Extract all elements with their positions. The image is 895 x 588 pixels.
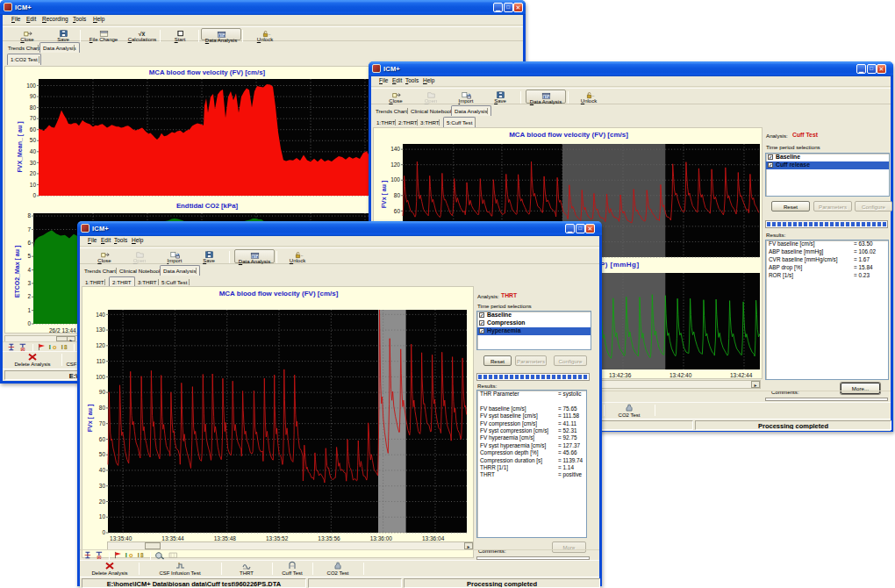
toolbar-button-close[interactable]: Close [8,28,47,40]
tab-data-analysis[interactable]: Data Analysis [451,105,491,116]
menu-edit[interactable]: Edit [26,16,36,22]
subtab-1-thrt[interactable]: 1:THRT [376,119,396,125]
time-period-listbox[interactable]: ✓Baseline✓Compression✓Hyperaemia [476,311,591,350]
maximize-button[interactable]: □ [867,64,877,74]
zoom-icon[interactable] [154,551,166,560]
l8-icon[interactable]: I8 [137,551,148,560]
scrollbar-right-arrow[interactable]: ▸ [751,381,760,388]
maximize-button[interactable]: □ [504,3,513,12]
result-row: CVR baseline [mmHg/cm/s]= 1.67 [766,256,888,264]
period-item-cuff-release[interactable]: ✓Cuff release [766,161,889,169]
period-item-compression[interactable]: ✓Compression [477,319,591,327]
scrollbar-right-arrow[interactable]: ▸ [464,542,473,549]
ibeam-icon[interactable] [83,551,95,560]
subtab-2-thrt[interactable]: 2:THRT [398,119,418,125]
toolbar-button-save[interactable]: Save [194,249,224,263]
menu-edit[interactable]: Edit [392,77,402,83]
minimize-button[interactable]: ▁ [856,64,866,74]
period-item-hyperaemia[interactable]: ✓Hyperaemia [477,327,591,335]
toolbar-button-save[interactable]: Save [485,90,515,104]
tab-clinical-notebook[interactable]: Clinical Notebook [119,268,161,274]
toolbar-button-calculations[interactable]: √x̅Calculations [124,28,161,40]
svg-text:10: 10 [30,181,37,187]
menu-help[interactable]: Help [132,237,143,243]
toolbar-button-unlock[interactable]: ←Unlock [245,28,285,40]
button-co2-test[interactable]: CO2 Test [313,562,362,577]
titlebar-co2[interactable]: ICM+▁□✕ [0,0,526,15]
status-section-middle [308,578,402,588]
menu-tools[interactable]: Tools [73,16,86,22]
flag-icon[interactable] [113,551,125,560]
time-period-listbox[interactable]: ✓Baseline✓Cuff release [765,153,890,197]
toolbar-button-close[interactable]: Close [378,90,413,104]
tab-data-analysis[interactable]: Data Analysis [160,265,200,276]
subtab-3-thrt[interactable]: 3:THRT [138,279,157,285]
button-reset[interactable]: Reset [771,201,810,212]
menu-help[interactable]: Help [423,77,434,83]
period-label: Baseline [487,312,512,318]
toolbar-button-import[interactable]: Import [450,90,482,104]
subtab-3-thrt[interactable]: 3:THRT [420,119,440,125]
minimize-button[interactable]: ▁ [493,3,503,12]
data-analysis-icon [216,31,227,39]
period-item-baseline[interactable]: ✓Baseline [477,312,591,319]
subtab-5-cuff-test[interactable]: 5:Cuff Test [443,117,476,127]
button-parameters: Parameters [813,201,852,212]
window-thrt[interactable]: ICM+▁□✕FileEditToolsHelpCloseOpenImportS… [77,221,602,586]
checkbox-checked[interactable]: ✓ [479,328,484,333]
menu-file[interactable]: File [379,77,389,83]
scrollbar-thumb[interactable] [145,542,161,549]
button-cuff-test[interactable]: Cuff Test [273,562,311,577]
menu-tools[interactable]: Tools [405,77,419,83]
tab-trends-chart[interactable]: Trends Chart [84,268,116,274]
toolbar-button-save[interactable]: Save [47,28,80,40]
toolbar-button-data-analysis[interactable]: Data Analysis [234,249,275,263]
tab-trends-chart[interactable]: Trends Chart [376,108,407,114]
checkbox-checked[interactable]: ✓ [768,162,773,168]
toolbar-button-start[interactable]: Start [162,28,197,40]
titlebar-thrt[interactable]: ICM+▁□✕ [77,221,602,236]
button-delete-analysis[interactable]: Delete Analysis [4,353,61,368]
svg-text:90: 90 [99,389,106,395]
menu-recording[interactable]: Recording [42,16,68,22]
button-thrt[interactable]: THRT [222,562,271,577]
titlebar-cuff[interactable]: ICM+▁□✕ [369,61,893,76]
maximize-button[interactable]: □ [576,224,585,233]
toolbar-button-unlock[interactable]: ←Unlock [280,249,315,263]
toolbar-button-data-analysis[interactable]: Data Analysis [526,90,566,104]
checkbox-checked[interactable]: ✓ [479,320,484,326]
menu-file[interactable]: File [88,237,97,243]
close-button[interactable]: ✕ [513,3,523,12]
toolbar-button-import[interactable]: Import [159,249,190,263]
checkbox-checked[interactable]: ✓ [768,154,773,160]
lo-icon[interactable]: Io [125,551,136,560]
button-co2-test[interactable]: CO2 Test [605,404,654,419]
tab-trends-chart[interactable]: Trends Chart [8,45,39,51]
close-button[interactable]: ✕ [877,64,886,74]
menu-file[interactable]: File [11,16,21,22]
button-csf-infusion-test[interactable]: CSF Infusion Test [140,562,220,577]
menubar-cuff: FileEditToolsHelp [371,76,891,87]
menu-tools[interactable]: Tools [114,237,127,243]
button-reset[interactable]: Reset [483,355,512,366]
toolbar-button-unlock[interactable]: ←Unlock [571,90,606,104]
toolbar-button-file-change[interactable]: File Change [83,28,124,40]
results-listbox[interactable]: THR Parameter= systolicFV baseline [cm/s… [476,390,587,538]
subtab-1-thrt[interactable]: 1:THRT [85,279,104,285]
t90-icon[interactable]: 90 [95,551,106,560]
checkbox-checked[interactable]: ✓ [479,312,484,318]
toolbar-button-data-analysis[interactable]: Data Analysis [201,28,241,40]
toolbar-cuff: CloseOpenImportSaveData Analysis←Unlock [371,88,891,104]
results-listbox[interactable]: FV baseline [cm/s]= 63.50ABP baseline [m… [765,240,889,380]
minimize-button[interactable]: ▁ [565,224,575,233]
svg-text:70: 70 [30,115,37,121]
subtab-5-cuff-test[interactable]: 5:Cuff Test [161,279,187,285]
subtab-1-co2-test[interactable]: 1:CO2 Test [7,54,41,65]
period-item-baseline[interactable]: ✓Baseline [766,154,889,161]
toolbar-button-close[interactable]: Close [87,249,122,263]
menu-edit[interactable]: Edit [101,237,111,243]
button-delete-analysis[interactable]: Delete Analysis [82,562,138,577]
close-button[interactable]: ✕ [585,224,595,233]
menu-help[interactable]: Help [93,16,104,22]
tab-clinical-notebook[interactable]: Clinical Notebook [411,108,453,114]
